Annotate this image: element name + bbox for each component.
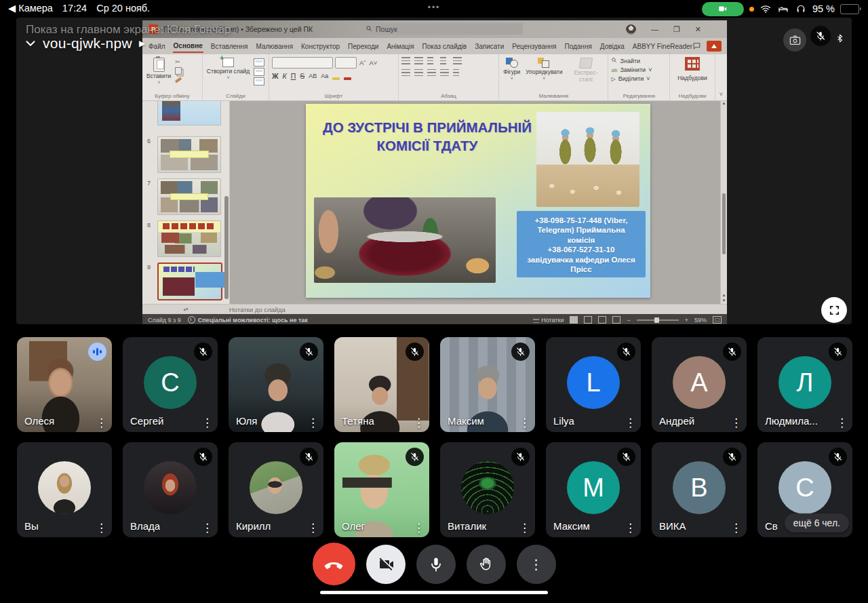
camera-toggle-button[interactable]: [366, 545, 406, 584]
participant-tile-sv[interactable]: ССвещё 6 чел.: [757, 442, 852, 537]
ppt-tab-9[interactable]: Рецензування: [511, 40, 557, 52]
font-name-field[interactable]: [272, 57, 333, 69]
minimize-button[interactable]: —: [651, 25, 658, 33]
zoom-in-button[interactable]: +: [685, 317, 688, 324]
tile-options-button[interactable]: ⋮: [836, 417, 848, 429]
participant-tile-vlada[interactable]: Влада⋮: [123, 442, 218, 537]
tile-options-button[interactable]: ⋮: [519, 417, 530, 429]
vertical-scrollbar[interactable]: ▲ ▲▼: [720, 101, 727, 304]
align-left-icon[interactable]: [401, 69, 410, 76]
zoom-slider[interactable]: [637, 319, 679, 321]
notes-pane[interactable]: ▴▾ Нотатки до слайда: [142, 304, 727, 314]
underline-button[interactable]: П: [291, 72, 296, 80]
tile-options-button[interactable]: ⋮: [413, 417, 425, 429]
ppt-tab-4[interactable]: Конструктор: [300, 40, 340, 52]
participant-tile-maksim1[interactable]: Максим⋮: [440, 337, 535, 432]
section-icon[interactable]: [254, 77, 264, 85]
participant-tile-tetiana[interactable]: Тетяна⋮: [334, 337, 429, 432]
ppt-tab-12[interactable]: ABBYY FineReader PDF: [632, 40, 692, 52]
tile-options-button[interactable]: ⋮: [307, 522, 319, 534]
thumbnail-scrollbar[interactable]: [224, 196, 229, 299]
align-center-icon[interactable]: [414, 69, 423, 76]
tile-options-button[interactable]: ⋮: [201, 417, 213, 429]
participant-tile-vy[interactable]: Вы⋮: [17, 442, 112, 537]
slide-thumbnail-image[interactable]: [157, 136, 221, 173]
raise-hand-button[interactable]: [467, 545, 506, 584]
bullets-icon[interactable]: [401, 57, 410, 64]
ppt-tab-7[interactable]: Показ слайдів: [422, 40, 468, 52]
new-slide-button[interactable]: Створити слайд˅: [205, 57, 251, 92]
current-slide[interactable]: ДО ЗУСТРІЧІ В ПРИЙМАЛЬНІЙ КОМІСІЇ ТДАТУ …: [306, 104, 650, 298]
home-indicator[interactable]: [320, 591, 548, 594]
copy-icon[interactable]: [175, 67, 182, 75]
cut-icon[interactable]: ✂: [175, 58, 182, 65]
expand-arrow-icon[interactable]: ▶: [139, 39, 145, 48]
char-spacing-button[interactable]: АВ: [309, 73, 317, 79]
increase-indent-icon[interactable]: [440, 57, 449, 64]
numbering-icon[interactable]: [414, 57, 423, 64]
strikethrough-button[interactable]: S: [300, 72, 304, 80]
participant-tile-kirill[interactable]: Кирилл⋮: [229, 442, 323, 537]
replace-button[interactable]: ab Замінити˅: [611, 66, 667, 73]
next-slide-button[interactable]: ▼: [722, 298, 726, 303]
change-case-button[interactable]: Аа: [321, 73, 328, 79]
slide-thumbnail-image[interactable]: [157, 262, 222, 300]
tile-options-button[interactable]: ⋮: [625, 522, 636, 534]
tile-options-button[interactable]: ⋮: [413, 522, 425, 534]
tile-options-button[interactable]: ⋮: [96, 522, 107, 534]
ppt-tab-1[interactable]: Основне: [173, 39, 203, 53]
chevron-down-icon[interactable]: [23, 36, 38, 51]
tile-options-button[interactable]: ⋮: [201, 522, 213, 534]
ppt-tab-10[interactable]: Подання: [564, 40, 592, 52]
tile-options-button[interactable]: ⋮: [625, 417, 636, 429]
find-button[interactable]: Знайти: [611, 57, 667, 64]
slide-thumbnail-image[interactable]: [157, 178, 221, 215]
leave-call-button[interactable]: [313, 543, 355, 585]
format-painter-icon[interactable]: [175, 77, 182, 83]
decrease-indent-icon[interactable]: [427, 57, 436, 64]
tile-options-button[interactable]: ⋮: [730, 522, 742, 534]
notes-toggle[interactable]: Нотатки: [533, 317, 564, 324]
ppt-tab-3[interactable]: Малювання: [255, 40, 294, 52]
justify-icon[interactable]: [440, 69, 449, 76]
columns-icon[interactable]: [453, 69, 462, 76]
account-avatar[interactable]: [626, 24, 636, 35]
fullscreen-button[interactable]: [821, 297, 847, 323]
slide-thumbnail-image[interactable]: [157, 220, 221, 257]
paste-button[interactable]: Вставити˅: [145, 57, 172, 92]
participant-tile-oleg[interactable]: Олег⋮: [334, 442, 429, 537]
tile-options-button[interactable]: ⋮: [519, 522, 530, 534]
participant-tile-lyudmila[interactable]: ЛЛюдмила...⋮: [757, 337, 852, 432]
accessibility-status[interactable]: Спеціальні можливості: щось не так: [188, 316, 308, 324]
bold-button[interactable]: Ж: [272, 72, 279, 80]
ppt-tab-2[interactable]: Вставлення: [210, 40, 249, 52]
participant-tile-lilya[interactable]: LLilya⋮: [546, 337, 641, 432]
tile-options-button[interactable]: ⋮: [307, 417, 319, 429]
close-button[interactable]: ✕: [695, 25, 701, 34]
participant-tile-olesya[interactable]: Олеся⋮: [17, 337, 112, 432]
zoom-level[interactable]: 59%: [694, 317, 707, 324]
search-box[interactable]: Пошук: [361, 23, 523, 35]
zoom-out-button[interactable]: −: [627, 317, 630, 324]
italic-button[interactable]: К: [282, 72, 286, 80]
tile-options-button[interactable]: ⋮: [730, 417, 742, 429]
ppt-tab-5[interactable]: Переходи: [347, 40, 379, 52]
camera-flip-icon[interactable]: [783, 28, 806, 52]
highlight-color-icon[interactable]: [332, 77, 340, 80]
quick-styles-button[interactable]: Експрес-стилі: [567, 57, 606, 92]
grow-font-button[interactable]: Аˆ: [359, 59, 367, 66]
select-button[interactable]: ▷ Виділити˅: [611, 75, 667, 82]
notes-resize-handle[interactable]: ▴▾: [142, 307, 229, 312]
ppt-tab-11[interactable]: Довідка: [599, 40, 625, 52]
participant-tile-vika[interactable]: ВВИКА⋮: [652, 442, 747, 537]
participant-tile-sergey[interactable]: ССергей⋮: [123, 337, 218, 432]
fit-slide-button[interactable]: [713, 316, 722, 324]
line-spacing-icon[interactable]: [453, 57, 462, 64]
collapse-ribbon-button[interactable]: ˅: [715, 91, 727, 100]
restore-button[interactable]: ❐: [673, 25, 680, 34]
slide-thumbnail-image[interactable]: [157, 101, 221, 125]
previous-slide-button[interactable]: ▲: [722, 293, 726, 297]
reset-layout-icon[interactable]: [254, 68, 264, 76]
slide-sorter-view-button[interactable]: [584, 316, 592, 324]
layout-icon[interactable]: [254, 58, 264, 66]
